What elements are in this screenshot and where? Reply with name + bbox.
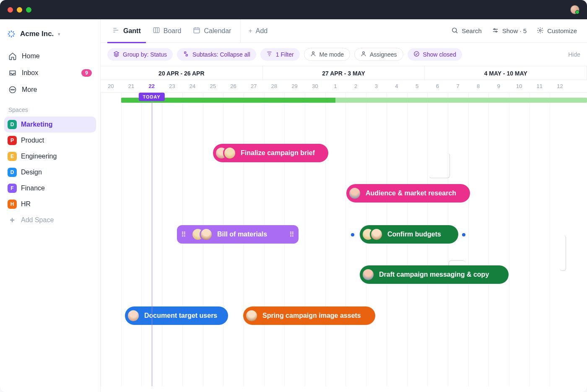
person-icon	[310, 51, 316, 58]
day-header-cell: 27	[244, 80, 264, 92]
workspace-switcher[interactable]: Acme Inc. ▾	[4, 26, 96, 46]
workspace-name: Acme Inc.	[20, 30, 54, 38]
pill-label: Show closed	[423, 51, 456, 58]
sidebar-space-hr[interactable]: HHR	[4, 196, 96, 212]
task-confirm-budgets[interactable]: Confirm budgets	[360, 225, 458, 244]
day-header-cell: 25	[203, 80, 223, 92]
add-space-label: Add Space	[21, 216, 54, 224]
show-closed-pill[interactable]: Show closed	[408, 48, 462, 61]
gridline	[530, 93, 530, 386]
nav-inbox[interactable]: Inbox 9	[4, 65, 96, 81]
chevron-down-icon: ▾	[58, 31, 60, 37]
project-progress-bar	[121, 98, 587, 103]
nav-more[interactable]: More	[4, 81, 96, 98]
customize-label: Customize	[547, 27, 577, 34]
add-space-button[interactable]: + Add Space	[4, 212, 96, 228]
svg-point-7	[494, 29, 495, 30]
tab-add[interactable]: + Add	[240, 19, 273, 43]
nav-home[interactable]: Home	[4, 48, 96, 65]
inbox-badge: 9	[81, 69, 92, 77]
group-by-pill[interactable]: Group by: Status	[107, 48, 173, 61]
day-header-cell: 2	[345, 80, 366, 92]
task-bill-of-materials[interactable]: ⠿ Bill of materials ⠿	[177, 225, 299, 244]
space-label: Design	[21, 169, 42, 176]
space-letter: D	[8, 120, 17, 129]
assignee-avatars	[361, 268, 375, 281]
day-header-cell: 29	[284, 80, 305, 92]
assignees-pill[interactable]: Assignees	[354, 48, 403, 61]
filter-icon	[266, 51, 273, 58]
task-label: Confirm budgets	[387, 231, 441, 238]
user-avatar[interactable]	[570, 5, 579, 14]
dependency-port[interactable]	[351, 233, 354, 236]
plus-icon: +	[248, 27, 252, 35]
tab-calendar[interactable]: Calendar	[188, 19, 236, 43]
task-label: Spring campaign image assets	[262, 312, 361, 319]
me-mode-pill[interactable]: Me mode	[304, 48, 350, 61]
gridline	[345, 93, 346, 386]
gantt-timeline: 20 APR - 26 APR27 APR - 3 MAY4 MAY - 10 …	[101, 66, 587, 392]
nav-label: Home	[22, 52, 40, 60]
svg-point-9	[540, 29, 541, 31]
today-line	[152, 93, 152, 386]
pill-label: Group by: Status	[123, 51, 167, 58]
sidebar-space-engineering[interactable]: EEngineering	[4, 148, 96, 164]
drag-handle-icon[interactable]: ⠿	[289, 231, 294, 239]
main-panel: Gantt Board Calendar + Add	[101, 19, 587, 392]
day-header-cell: 28	[264, 80, 285, 92]
customize-button[interactable]: Customize	[533, 24, 580, 38]
maximize-window[interactable]	[26, 7, 31, 13]
task-spring-assets[interactable]: Spring campaign image assets	[243, 306, 375, 325]
tab-board[interactable]: Board	[148, 19, 187, 43]
gantt-chart[interactable]: TODAY Finalize campaign brief	[101, 93, 587, 386]
show-label: Show · 5	[502, 27, 527, 34]
task-draft-messaging[interactable]: Draft campaign messaging & copy	[360, 265, 509, 284]
space-letter: F	[8, 184, 17, 193]
subtasks-pill[interactable]: Subtasks: Collapse all	[177, 48, 256, 61]
close-window[interactable]	[8, 7, 13, 13]
pill-label: Subtasks: Collapse all	[192, 51, 250, 58]
task-document-users[interactable]: Document target users	[125, 306, 228, 325]
day-header-cell: 21	[121, 80, 142, 92]
nav-label: Inbox	[22, 69, 38, 77]
person-icon	[361, 51, 366, 58]
space-label: Marketing	[21, 121, 53, 128]
gridline	[305, 93, 305, 386]
day-header-cell: 1	[325, 80, 346, 92]
day-header-cell: 3	[366, 80, 387, 92]
sidebar-space-design[interactable]: DDesign	[4, 164, 96, 180]
task-finalize-campaign[interactable]: Finalize campaign brief	[213, 144, 328, 162]
space-letter: D	[8, 168, 17, 177]
show-button[interactable]: Show · 5	[488, 24, 530, 38]
svg-point-2	[12, 89, 13, 90]
hide-button[interactable]: Hide	[568, 51, 580, 58]
sidebar: Acme Inc. ▾ Home Inbox 9 More Spaces DMa…	[0, 19, 101, 392]
space-letter: E	[8, 152, 17, 161]
space-label: HR	[21, 200, 31, 208]
search-button[interactable]: Search	[448, 24, 485, 38]
tab-label: Board	[164, 27, 182, 35]
pill-label: 1 Filter	[276, 51, 294, 58]
minimize-window[interactable]	[17, 7, 22, 13]
filter-pill[interactable]: 1 Filter	[260, 48, 300, 61]
task-label: Audience & market research	[366, 190, 456, 197]
gridline	[121, 93, 122, 386]
filter-bar: Group by: Status Subtasks: Collapse all …	[101, 43, 587, 66]
layers-icon	[113, 51, 119, 58]
task-audience-research[interactable]: Audience & market research	[346, 184, 470, 202]
dependency-port[interactable]	[462, 233, 465, 236]
tab-gantt[interactable]: Gantt	[107, 19, 146, 43]
sidebar-space-marketing[interactable]: DMarketing	[4, 117, 96, 132]
space-label: Finance	[21, 184, 45, 192]
tab-label: Gantt	[123, 27, 141, 35]
app-logo-icon	[7, 29, 16, 39]
today-marker: TODAY	[139, 93, 165, 101]
task-label: Draft campaign messaging & copy	[379, 271, 489, 278]
view-tabs: Gantt Board Calendar + Add	[101, 19, 587, 43]
gridline	[509, 93, 509, 386]
assignee-avatars	[245, 309, 258, 322]
task-label: Finalize campaign brief	[241, 149, 315, 157]
drag-handle-icon[interactable]: ⠿	[181, 231, 186, 239]
sidebar-space-finance[interactable]: FFinance	[4, 180, 96, 196]
sidebar-space-product[interactable]: PProduct	[4, 132, 96, 148]
